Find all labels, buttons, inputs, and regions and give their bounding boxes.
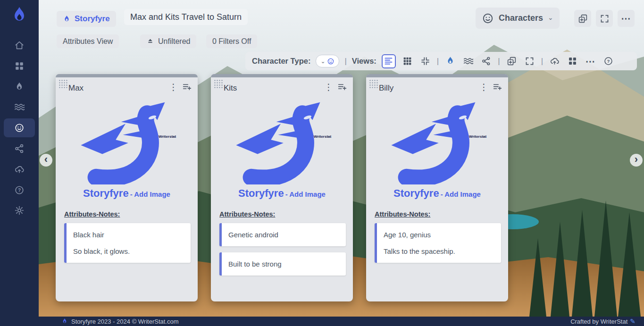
drag-handle-icon[interactable] [59, 79, 67, 88]
carousel-next-button[interactable]: › [630, 154, 643, 167]
character-face-icon [327, 58, 335, 65]
chevron-down-icon: ⌄ [320, 58, 325, 65]
filters-off-button[interactable]: 0 Filters Off [206, 34, 257, 48]
note-box[interactable]: Black hair So black, it glows. [64, 223, 191, 263]
separator: | [541, 57, 543, 66]
attributes-notes-heading: Attributes-Notes: [375, 210, 430, 218]
watermark-text: Writerstat [159, 134, 176, 139]
home-icon [14, 40, 25, 50]
fullscreen-button[interactable] [596, 10, 613, 27]
fullscreen-icon [600, 14, 610, 24]
footer-copyright: Storyfyre 2023 - 2024 © WriterStat.com [71, 318, 179, 325]
watermark-text: Writerstat [469, 134, 486, 139]
sidebar-item-scenes[interactable] [0, 98, 39, 117]
card-drag-strip[interactable] [366, 74, 508, 77]
sidebar-item-characters[interactable] [4, 118, 35, 137]
sidebar [0, 0, 39, 326]
duplicate-icon [578, 14, 588, 24]
sidebar-item-settings[interactable] [0, 201, 39, 220]
sidebar-item-dashboard[interactable] [0, 57, 39, 75]
note-box[interactable]: Built to be strong [219, 252, 346, 276]
card-menu-icon[interactable]: ⋮ [479, 83, 488, 92]
share-nodes-icon [14, 143, 25, 154]
views-label: Views: [352, 57, 376, 66]
app-logo-flame-icon[interactable] [9, 6, 29, 25]
add-note-icon[interactable] [337, 82, 347, 94]
card-image-placeholder[interactable]: Writerstat [225, 100, 338, 185]
cloud-upload-icon [14, 164, 25, 175]
relationships-view-button[interactable] [480, 55, 493, 67]
add-image-button[interactable]: Storyfyre - Add Image [211, 187, 353, 200]
attributes-notes-heading: Attributes-Notes: [219, 210, 275, 218]
drag-handle-icon[interactable] [214, 79, 223, 88]
card-menu-icon[interactable]: ⋮ [169, 83, 178, 92]
note-box[interactable]: Age 10, genius Talks to the spaceship. [375, 223, 501, 263]
character-type-dropdown[interactable]: ⌄ [316, 55, 339, 67]
sidebar-item-home[interactable] [0, 36, 39, 55]
drag-handle-icon[interactable] [369, 79, 378, 88]
add-note-icon[interactable] [182, 82, 192, 94]
duplicate-board-button[interactable] [574, 10, 591, 27]
add-note-icon[interactable] [493, 82, 502, 94]
toolbar-help-button[interactable] [602, 55, 615, 67]
character-card-max: Max ⋮ Writerstat Storyfyre - Add Image A… [56, 74, 198, 301]
filter-eject-icon [146, 37, 154, 45]
flame-icon [61, 318, 68, 325]
notes-list: Genetic android Built to be strong [219, 223, 346, 282]
help-icon [603, 56, 613, 66]
flame-icon [14, 82, 25, 92]
storyfyre-app-button[interactable]: Storyfyre [57, 11, 116, 27]
footer-credit: Crafted by WriterStat [570, 318, 627, 325]
add-image-button[interactable]: Storyfyre - Add Image [56, 187, 198, 200]
add-image-label: - Add Image [130, 190, 170, 198]
waves-icon [463, 56, 473, 66]
gear-icon [14, 205, 25, 216]
cloud-sync-button[interactable] [548, 55, 561, 67]
scenes-view-button[interactable] [462, 55, 475, 67]
separator: | [344, 57, 346, 66]
note-line: Genetic android [228, 229, 339, 241]
sidebar-item-help[interactable] [0, 181, 39, 200]
add-image-label: - Add Image [441, 190, 481, 198]
story-view-button[interactable] [444, 55, 457, 67]
grid-view-icon [402, 56, 412, 66]
chevron-left-icon: ‹ [44, 154, 48, 165]
add-image-button[interactable]: Storyfyre - Add Image [366, 187, 508, 200]
flame-icon [445, 56, 455, 66]
more-options-button[interactable]: ⋯ [618, 10, 635, 27]
list-view-button[interactable] [382, 54, 396, 68]
separator: | [437, 57, 439, 66]
unfiltered-label: Unfiltered [158, 37, 190, 46]
duplicate-view-button[interactable] [505, 55, 518, 67]
carousel-prev-button[interactable]: ‹ [40, 154, 52, 167]
card-menu-icon[interactable]: ⋮ [324, 83, 333, 92]
card-image-placeholder[interactable]: Writerstat [380, 100, 493, 185]
sidebar-item-relationships[interactable] [0, 139, 39, 158]
share-nodes-icon [481, 56, 491, 66]
attributes-view-button[interactable]: Attributes View [57, 34, 119, 48]
notes-list: Black hair So black, it glows. [64, 223, 191, 269]
card-title: Max [68, 84, 84, 93]
compact-view-button[interactable] [419, 55, 432, 67]
flame-icon [63, 15, 71, 23]
app-window: Storyfyre Max and Kits Travel to Saturn … [0, 0, 644, 326]
layout-grid-button[interactable] [566, 55, 579, 67]
toolbar-more-button[interactable]: ⋯ [584, 55, 597, 67]
fullscreen-view-button[interactable] [523, 55, 536, 67]
card-drag-strip[interactable] [211, 74, 353, 77]
cloud-upload-icon [550, 56, 560, 66]
note-box[interactable]: Genetic android [219, 223, 346, 246]
chevron-down-icon: ⌄ [548, 14, 553, 21]
unfiltered-button[interactable]: Unfiltered [140, 34, 196, 48]
note-line: So black, it glows. [73, 245, 184, 257]
sidebar-item-story[interactable] [0, 77, 39, 96]
sidebar-item-sync[interactable] [0, 160, 39, 179]
character-type-label: Character Type: [252, 57, 310, 66]
filters-off-label: 0 Filters Off [212, 37, 251, 46]
card-image-placeholder[interactable]: Writerstat [70, 100, 183, 185]
characters-dropdown[interactable]: Characters ⌄ [476, 8, 560, 29]
dashboard-grid-icon [14, 61, 25, 71]
note-line: Talks to the spaceship. [384, 245, 494, 257]
grid-view-button[interactable] [401, 55, 414, 67]
card-drag-strip[interactable] [56, 74, 198, 77]
